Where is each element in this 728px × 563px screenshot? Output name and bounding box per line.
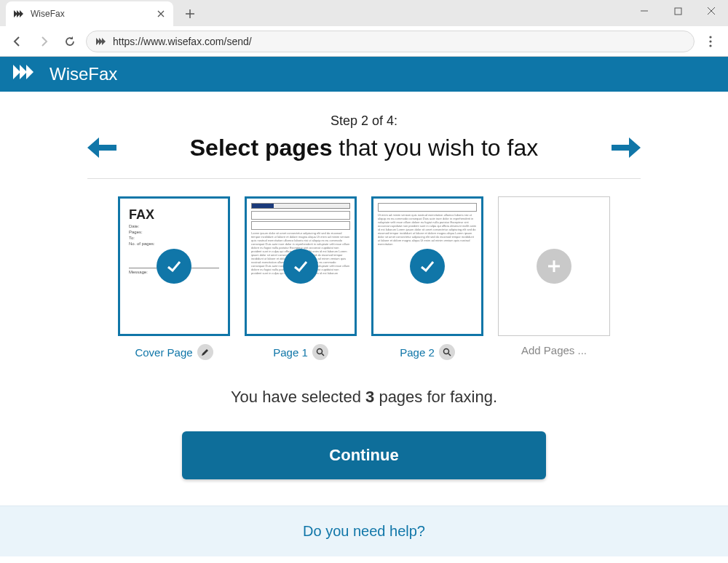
browser-tab[interactable]: WiseFax [6,1,173,26]
continue-button[interactable]: Continue [182,431,546,479]
browser-toolbar: https://www.wisefax.com/send/ [0,26,728,57]
site-identity-icon [95,36,107,47]
page-thumbnails: FAX Date: Pages: To: No. of pages: Messa… [87,196,641,360]
selected-check-icon [410,249,445,284]
minimize-button[interactable] [628,0,661,22]
svg-point-1 [709,36,711,38]
selection-summary: You have selected 3 pages for faxing. [87,388,641,407]
zoom-icon[interactable] [439,344,455,360]
thumb-cover-label: Cover Page [135,346,192,359]
thumb-page-1: Lorem ipsum dolor sit amet consectetur a… [244,196,357,360]
page-title-rest: that you wish to fax [332,135,538,161]
thumb-page-1-caption[interactable]: Page 1 [273,344,328,360]
add-pages-caption[interactable]: Add Pages ... [521,344,587,356]
page-viewport[interactable]: WiseFax Step 2 of 4: Select pages that y… [0,57,728,563]
zoom-icon[interactable] [312,344,328,360]
thumb-page-2: Ut enim ad minim veniam quis nostrud exe… [371,196,484,360]
thumb-page-2-caption[interactable]: Page 2 [400,344,455,360]
app-header: WiseFax [0,57,728,92]
brand-name: WiseFax [50,64,117,84]
brand-chevrons-icon [13,63,42,85]
add-pages-label: Add Pages ... [521,344,587,356]
svg-rect-0 [675,8,681,15]
cover-fax-heading: FAX [129,207,219,223]
browser-menu-button[interactable] [700,31,721,52]
reload-button[interactable] [60,31,80,52]
page-title-strong: Select pages [190,135,333,161]
svg-point-3 [709,44,711,47]
selection-suffix: pages for faxing. [374,388,497,406]
page-title: Select pages that you wish to fax [116,135,612,161]
thumb-page-1-label: Page 1 [273,346,308,359]
url-text: https://www.wisefax.com/send/ [113,36,252,47]
selected-check-icon [157,249,191,284]
thumb-cover: FAX Date: Pages: To: No. of pages: Messa… [117,196,231,360]
thumb-page-2-preview[interactable]: Ut enim ad minim veniam quis nostrud exe… [371,196,483,336]
tab-strip: WiseFax [0,0,728,26]
svg-point-2 [709,40,711,42]
thumb-page-2-label: Page 2 [400,346,435,359]
selection-count: 3 [365,388,374,406]
address-bar[interactable]: https://www.wisefax.com/send/ [86,31,695,52]
svg-point-4 [317,349,322,354]
main-content: Step 2 of 4: Select pages that you wish … [58,92,670,479]
svg-point-5 [443,349,448,354]
edit-icon[interactable] [197,344,213,360]
selection-prefix: You have selected [231,388,365,406]
add-pages-tile[interactable] [498,196,610,336]
thumb-add: Add Pages ... [497,196,611,360]
close-window-button[interactable] [695,0,728,22]
thumb-page-1-preview[interactable]: Lorem ipsum dolor sit amet consectetur a… [245,196,357,336]
brand[interactable]: WiseFax [13,63,117,85]
divider [87,178,641,179]
prev-step-button[interactable] [87,133,116,162]
thumb-cover-caption[interactable]: Cover Page [135,344,213,360]
maximize-button[interactable] [661,0,695,22]
help-label: Do you need help? [303,523,425,540]
selected-check-icon [283,249,318,284]
new-tab-button[interactable] [179,3,201,25]
close-tab-icon[interactable] [156,9,166,19]
tab-title: WiseFax [31,9,156,19]
tab-favicon [13,8,25,20]
back-button[interactable] [7,31,28,52]
thumb-cover-preview[interactable]: FAX Date: Pages: To: No. of pages: Messa… [118,196,230,336]
step-indicator: Step 2 of 4: [87,113,641,129]
title-row: Select pages that you wish to fax [87,133,641,162]
help-link[interactable]: Do you need help? [0,506,728,556]
window-controls [628,0,728,22]
plus-icon [537,249,571,284]
forward-button[interactable] [33,31,54,52]
next-step-button[interactable] [612,133,641,162]
browser-chrome: WiseFax https://www.wisefax.com/s [0,0,728,57]
